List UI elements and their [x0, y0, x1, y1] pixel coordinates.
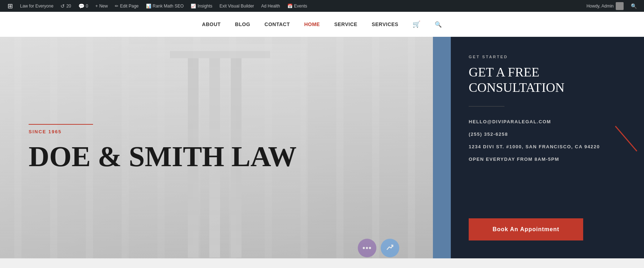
hero-left-panel: SINCE 1965 DOE & SMITH LAW [0, 37, 433, 258]
divider [469, 106, 504, 106]
hero-since: SINCE 1965 [29, 124, 297, 134]
admin-bar: ⊞ Law for Everyone ↺ 20 💬 0 + New ✏ Edit… [0, 0, 644, 12]
contact-address: 1234 DIVI ST. #1000, SAN FRANCISCO, CA 9… [469, 144, 626, 149]
new-label: New [99, 4, 108, 9]
insights-icon: 📈 [191, 4, 196, 9]
nav-services[interactable]: Services [372, 21, 399, 27]
nav-home[interactable]: Home [304, 21, 320, 27]
calendar-icon: 📅 [287, 4, 293, 9]
avatar [616, 2, 624, 10]
nav-bar: About Blog Contact Home Service Services… [0, 12, 644, 37]
svg-line-0 [615, 126, 637, 151]
edit-page-label: Edit Page [120, 4, 138, 9]
events-label: Events [294, 4, 307, 9]
book-appointment-button[interactable]: Book An Appointment [469, 218, 583, 240]
contact-info: HELLO@DIVIPARALEGAL.COM (255) 352-6258 1… [469, 119, 626, 162]
hero-text-area: SINCE 1965 DOE & SMITH LAW [0, 103, 325, 193]
hero-blue-strip [433, 37, 451, 258]
plus-icon: + [95, 4, 98, 9]
ad-health-button[interactable]: Ad Health [258, 0, 284, 12]
ad-health-label: Ad Health [261, 4, 280, 9]
nav-blog[interactable]: Blog [235, 21, 250, 27]
contact-email: HELLO@DIVIPARALEGAL.COM [469, 119, 626, 124]
admin-search-button[interactable]: 🔍 [627, 3, 640, 9]
hero-right-panel: GET STARTED GET A FREE CONSULTATION HELL… [433, 37, 644, 258]
howdy-label: Howdy, Admin [586, 4, 614, 9]
comments-icon: 💬 [78, 3, 84, 9]
wp-logo-button[interactable]: ⊞ [4, 0, 16, 12]
updates-count: 20 [66, 4, 71, 9]
contact-hours: OPEN EVERYDAY FROM 8AM-5PM [469, 157, 626, 162]
contact-phone: (255) 352-6258 [469, 131, 626, 137]
consultation-section: GET STARTED GET A FREE CONSULTATION HELL… [469, 55, 626, 176]
insights-label: Insights [197, 4, 212, 9]
nav-contact[interactable]: Contact [264, 21, 290, 27]
nav-about[interactable]: About [202, 21, 221, 27]
get-started-label: GET STARTED [469, 55, 626, 59]
comments-count: 0 [86, 4, 88, 9]
admin-bar-right: Howdy, Admin 🔍 [583, 2, 640, 10]
new-button[interactable]: + New [92, 0, 111, 12]
insights-button[interactable]: 📈 Insights [187, 0, 216, 12]
comments-button[interactable]: 💬 0 [75, 0, 92, 12]
edit-page-button[interactable]: ✏ Edit Page [111, 0, 142, 12]
hero-dark-panel: GET STARTED GET A FREE CONSULTATION HELL… [451, 37, 644, 258]
rank-math-button[interactable]: 📊 Rank Math SEO [142, 0, 187, 12]
hero-section: SINCE 1965 DOE & SMITH LAW GET STARTED G… [0, 37, 644, 258]
edit-icon: ✏ [115, 4, 118, 9]
search-icon: 🔍 [631, 3, 637, 9]
rank-math-icon: 📊 [146, 4, 151, 9]
howdy-section[interactable]: Howdy, Admin [583, 2, 627, 10]
rank-math-label: Rank Math SEO [153, 4, 184, 9]
bottom-bar: ⌄ LEARN MORE [0, 258, 644, 268]
cart-icon[interactable]: 🛒 [413, 20, 420, 28]
consultation-title: GET A FREE CONSULTATION [469, 65, 626, 95]
arrow-decoration [605, 123, 644, 158]
site-name-button[interactable]: Law for Everyone [16, 0, 57, 12]
nav-service[interactable]: Service [334, 21, 357, 27]
events-button[interactable]: 📅 Events [284, 0, 311, 12]
svg-marker-1 [633, 148, 640, 154]
site-name-label: Law for Everyone [20, 4, 53, 9]
exit-builder-label: Exit Visual Builder [220, 4, 254, 9]
wordpress-icon: ⊞ [7, 3, 13, 9]
hero-title: DOE & SMITH LAW [29, 142, 297, 172]
exit-builder-button[interactable]: Exit Visual Builder [216, 0, 258, 12]
updates-button[interactable]: ↺ 20 [57, 0, 74, 12]
admin-bar-left: ⊞ Law for Everyone ↺ 20 💬 0 + New ✏ Edit… [4, 0, 583, 12]
updates-icon: ↺ [60, 3, 65, 9]
search-icon[interactable]: 🔍 [435, 21, 442, 28]
contact-address-row: 1234 DIVI ST. #1000, SAN FRANCISCO, CA 9… [469, 144, 626, 149]
